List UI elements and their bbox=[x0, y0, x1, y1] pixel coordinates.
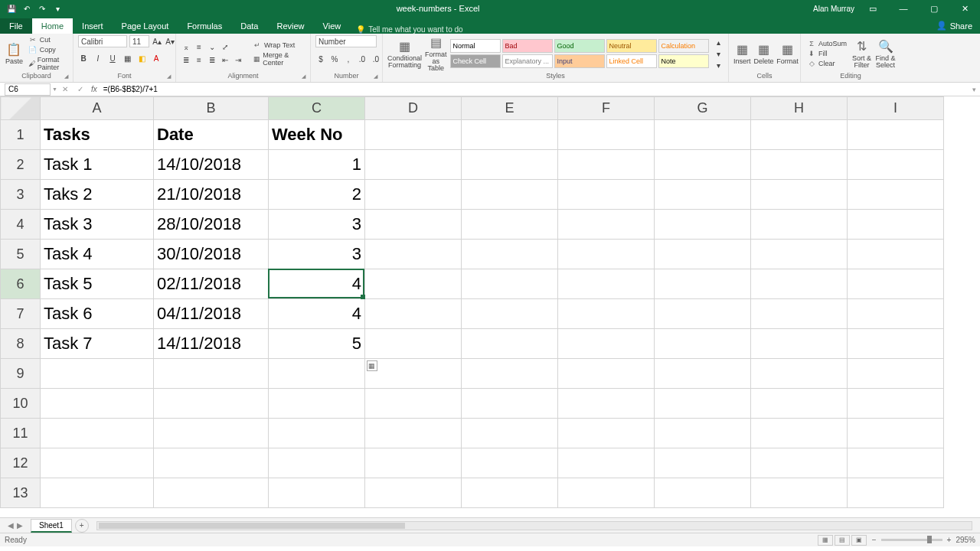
sheet-nav-next-icon[interactable]: ▶ bbox=[17, 521, 23, 530]
align-middle-icon[interactable]: ≡ bbox=[194, 42, 204, 53]
page-layout-view-icon[interactable]: ▤ bbox=[835, 535, 850, 546]
cut-button[interactable]: ✂Cut bbox=[27, 35, 68, 44]
cell-F7[interactable] bbox=[558, 299, 655, 329]
cell-C8[interactable]: 5 bbox=[269, 329, 365, 359]
col-header-B[interactable]: B bbox=[154, 97, 269, 120]
cell-C3[interactable]: 2 bbox=[269, 180, 365, 210]
row-header-6[interactable]: 6 bbox=[1, 269, 41, 299]
cell-C13[interactable] bbox=[269, 478, 365, 508]
tab-insert[interactable]: Insert bbox=[73, 18, 113, 34]
cell-I8[interactable] bbox=[848, 329, 944, 359]
font-launcher-icon[interactable]: ◢ bbox=[167, 73, 171, 80]
qat-dropdown-icon[interactable]: ▾ bbox=[52, 3, 63, 14]
style-note[interactable]: Note bbox=[658, 54, 709, 68]
cell-H1[interactable] bbox=[751, 120, 848, 150]
underline-button[interactable]: U bbox=[107, 53, 118, 64]
cell-H12[interactable] bbox=[751, 448, 848, 478]
row-header-9[interactable]: 9 bbox=[1, 359, 41, 389]
save-icon[interactable]: 💾 bbox=[6, 3, 17, 14]
cell-D2[interactable] bbox=[365, 150, 462, 180]
format-as-table-button[interactable]: ▤ Format as Table bbox=[425, 37, 447, 70]
cell-A5[interactable]: Task 4 bbox=[41, 240, 154, 269]
cell-E6[interactable] bbox=[462, 269, 558, 299]
cell-E1[interactable] bbox=[462, 120, 558, 150]
cell-D4[interactable] bbox=[365, 210, 462, 240]
increase-font-icon[interactable]: A▴ bbox=[152, 36, 162, 47]
cell-I13[interactable] bbox=[848, 478, 944, 508]
cell-G4[interactable] bbox=[655, 210, 751, 240]
cell-B4[interactable]: 28/10/2018 bbox=[154, 210, 269, 240]
cell-A2[interactable]: Task 1 bbox=[41, 150, 154, 180]
cell-E2[interactable] bbox=[462, 150, 558, 180]
cell-G13[interactable] bbox=[655, 478, 751, 508]
copy-button[interactable]: 📄Copy bbox=[27, 45, 68, 54]
autosum-button[interactable]: ΣAutoSum bbox=[805, 39, 848, 48]
cell-A13[interactable] bbox=[41, 478, 154, 508]
cell-G5[interactable] bbox=[655, 240, 751, 269]
row-header-1[interactable]: 1 bbox=[1, 120, 41, 150]
add-sheet-button[interactable]: + bbox=[75, 519, 89, 533]
cell-C7[interactable]: 4 bbox=[269, 299, 365, 329]
italic-button[interactable]: I bbox=[93, 53, 103, 64]
col-header-A[interactable]: A bbox=[41, 97, 154, 120]
style-normal[interactable]: Normal bbox=[450, 39, 501, 53]
cell-F13[interactable] bbox=[558, 478, 655, 508]
cell-H10[interactable] bbox=[751, 389, 848, 419]
cell-B3[interactable]: 21/10/2018 bbox=[154, 180, 269, 210]
orientation-icon[interactable]: ⤢ bbox=[220, 42, 230, 53]
cell-E3[interactable] bbox=[462, 180, 558, 210]
align-bottom-icon[interactable]: ⌄ bbox=[207, 42, 217, 53]
merge-center-button[interactable]: ▦Merge & Center bbox=[251, 51, 305, 67]
style-calculation[interactable]: Calculation bbox=[658, 39, 709, 53]
cell-G11[interactable] bbox=[655, 419, 751, 448]
cell-D1[interactable] bbox=[365, 120, 462, 150]
cell-A4[interactable]: Task 3 bbox=[41, 210, 154, 240]
cell-G8[interactable] bbox=[655, 329, 751, 359]
cell-B7[interactable]: 04/11/2018 bbox=[154, 299, 269, 329]
currency-icon[interactable]: $ bbox=[315, 54, 326, 64]
cell-I10[interactable] bbox=[848, 389, 944, 419]
cell-I6[interactable] bbox=[848, 269, 944, 299]
cell-F12[interactable] bbox=[558, 448, 655, 478]
cell-I7[interactable] bbox=[848, 299, 944, 329]
cell-E11[interactable] bbox=[462, 419, 558, 448]
bold-button[interactable]: B bbox=[78, 53, 89, 64]
cell-B1[interactable]: Date bbox=[154, 120, 269, 150]
conditional-formatting-button[interactable]: ▦ Conditional Formatting bbox=[387, 37, 422, 70]
col-header-G[interactable]: G bbox=[655, 97, 751, 120]
cell-I2[interactable] bbox=[848, 150, 944, 180]
cell-D8[interactable] bbox=[365, 329, 462, 359]
cell-I9[interactable] bbox=[848, 359, 944, 389]
col-header-C[interactable]: C bbox=[269, 97, 365, 120]
cell-H9[interactable] bbox=[751, 359, 848, 389]
style-input[interactable]: Input bbox=[554, 54, 605, 68]
cell-G3[interactable] bbox=[655, 180, 751, 210]
cell-B5[interactable]: 30/10/2018 bbox=[154, 240, 269, 269]
alignment-launcher-icon[interactable]: ◢ bbox=[302, 73, 305, 80]
tab-file[interactable]: File bbox=[0, 18, 32, 34]
style-neutral[interactable]: Neutral bbox=[606, 39, 657, 53]
enter-formula-icon[interactable]: ✓ bbox=[74, 85, 87, 93]
cell-A1[interactable]: Tasks bbox=[41, 120, 154, 150]
cell-B9[interactable] bbox=[154, 359, 269, 389]
cell-F2[interactable] bbox=[558, 150, 655, 180]
align-top-icon[interactable]: ⌅ bbox=[181, 42, 191, 53]
decrease-indent-icon[interactable]: ⇤ bbox=[220, 55, 230, 66]
ribbon-options-icon[interactable]: ▭ bbox=[861, 0, 885, 17]
cell-H3[interactable] bbox=[751, 180, 848, 210]
cell-D9[interactable] bbox=[365, 359, 462, 389]
tab-page-layout[interactable]: Page Layout bbox=[113, 18, 178, 34]
fill-button[interactable]: ⬇Fill bbox=[805, 49, 848, 58]
cell-E7[interactable] bbox=[462, 299, 558, 329]
expand-formula-icon[interactable]: ▾ bbox=[968, 86, 980, 93]
cell-H6[interactable] bbox=[751, 269, 848, 299]
cell-A7[interactable]: Task 6 bbox=[41, 299, 154, 329]
cell-A10[interactable] bbox=[41, 389, 154, 419]
cell-F9[interactable] bbox=[558, 359, 655, 389]
align-center-icon[interactable]: ≡ bbox=[194, 55, 204, 66]
cell-I5[interactable] bbox=[848, 240, 944, 269]
cell-E10[interactable] bbox=[462, 389, 558, 419]
horizontal-scrollbar[interactable] bbox=[96, 521, 972, 530]
cell-B11[interactable] bbox=[154, 419, 269, 448]
align-left-icon[interactable]: ≣ bbox=[181, 55, 191, 66]
